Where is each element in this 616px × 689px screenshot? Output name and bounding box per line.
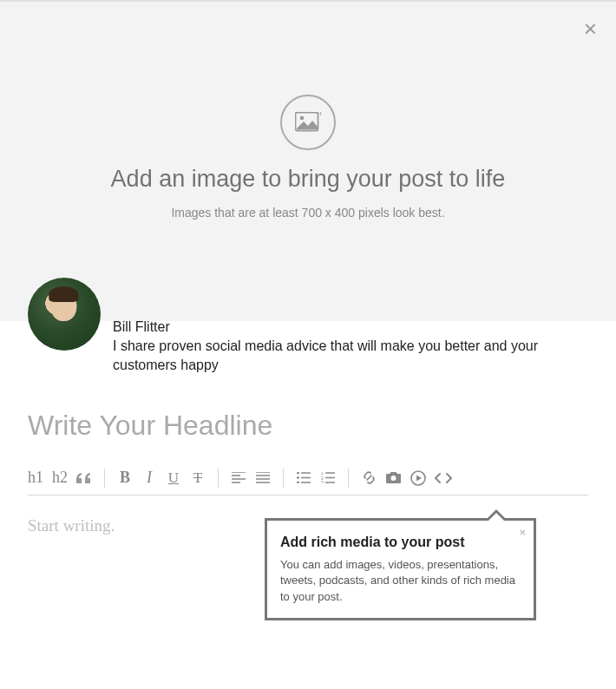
heading2-button[interactable]: h2 — [52, 468, 68, 489]
headline-input[interactable] — [28, 410, 588, 442]
author-avatar[interactable] — [28, 278, 101, 351]
author-name: Bill Flitter — [113, 319, 588, 335]
svg-point-9 — [391, 476, 396, 481]
bullet-list-button[interactable] — [296, 468, 311, 489]
numbered-list-button[interactable]: 123 — [320, 468, 336, 489]
editor-toolbar: h1 h2 B I U T 123 — [28, 461, 588, 495]
cover-image-dropzone[interactable]: × + Add an image to bring your post to l… — [0, 0, 616, 321]
align-justify-button[interactable] — [255, 468, 271, 489]
image-placeholder-icon: + — [280, 95, 336, 150]
video-icon[interactable] — [410, 468, 426, 489]
underline-button[interactable]: U — [166, 468, 181, 489]
svg-text:3: 3 — [321, 480, 324, 483]
tooltip-body: You can add images, videos, presentation… — [280, 557, 521, 605]
hero-title: Add an image to bring your post to life — [111, 166, 506, 193]
tooltip-close-icon[interactable]: × — [519, 526, 526, 539]
svg-point-5 — [297, 482, 299, 483]
svg-text:+: + — [318, 112, 321, 118]
author-row: Bill Flitter I share proven social media… — [0, 278, 616, 375]
svg-point-3 — [297, 472, 299, 474]
link-button[interactable] — [361, 468, 377, 489]
heading1-button[interactable]: h1 — [28, 468, 43, 489]
rich-media-tooltip: × Add rich media to your post You can ad… — [265, 518, 536, 620]
strikethrough-button[interactable]: T — [190, 468, 206, 489]
camera-icon[interactable] — [385, 468, 402, 489]
bold-button[interactable]: B — [117, 468, 133, 489]
tooltip-title: Add rich media to your post — [280, 535, 521, 550]
author-bio: I share proven social media advice that … — [113, 337, 588, 375]
blockquote-button[interactable] — [76, 468, 92, 489]
italic-button[interactable]: I — [141, 468, 157, 489]
align-left-button[interactable] — [231, 468, 246, 489]
hero-subtitle: Images that are at least 700 x 400 pixel… — [171, 206, 444, 220]
svg-point-4 — [297, 476, 299, 479]
embed-code-button[interactable] — [435, 468, 452, 489]
close-icon[interactable]: × — [584, 17, 597, 40]
svg-point-1 — [300, 116, 305, 121]
tooltip-arrow — [485, 509, 508, 521]
